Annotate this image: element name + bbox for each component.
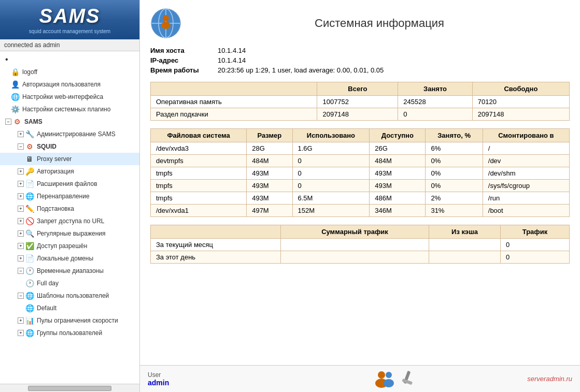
sidebar-item-squid[interactable]: − ⚙ SQUID (0, 140, 139, 153)
sidebar-item-access-allowed[interactable]: + ✅ Доступ разрешён (0, 240, 139, 252)
hostname-row: Имя хоста 10.1.4.14 (150, 47, 570, 54)
sams-admin-icon: 🔧 (25, 129, 34, 139)
time-ranges-expand-icon[interactable]: − (18, 268, 24, 274)
full-day-icon: 🕐 (25, 279, 34, 288)
sidebar-item-time-ranges-label: Временные диапазоны (37, 267, 104, 274)
footer-user: User admin (148, 371, 169, 387)
sidebar-item-file-ext[interactable]: + 📄 Расширения файлов (0, 178, 139, 190)
squid-expand-icon[interactable]: − (18, 143, 24, 150)
uptime-value: 20:23:56 up 1:29, 1 user, load average: … (218, 66, 384, 74)
sidebar-item-sams-admin[interactable]: + 🔧 Администрирование SAMS (0, 128, 139, 140)
fs-row-4-size: 493M (247, 192, 292, 205)
fs-col-used: Использовано (292, 129, 370, 142)
fs-row-5-pct: 31% (426, 205, 483, 217)
sidebar-item-speed-pools-label: Пулы ограничения скорости (37, 317, 118, 324)
sidebar-item-plugin-settings[interactable]: ⚙️ Настройки системных плагино (0, 103, 139, 115)
sidebar-nav: • 🔒 logoff 👤 Авторизация пользователя 🌐 … (0, 51, 139, 384)
user-templates-expand-icon[interactable]: − (18, 293, 24, 299)
fs-row-5-used: 152M (292, 205, 370, 217)
system-info-section: Имя хоста 10.1.4.14 IP-адрес 10.1.4.14 В… (150, 47, 570, 74)
sidebar-item-access-allowed-label: Доступ разрешён (37, 242, 87, 250)
file-ext-expand-icon[interactable]: + (18, 181, 24, 187)
svg-point-9 (386, 372, 392, 378)
url-deny-expand-icon[interactable]: + (18, 218, 24, 224)
memory-col-free: Свободно (472, 82, 569, 96)
sidebar-scrollbar[interactable] (0, 384, 139, 392)
sidebar-item-logoff-label: logoff (22, 68, 37, 76)
content-area: Системная информация Имя хоста 10.1.4.14… (140, 0, 580, 365)
hostname-label: Имя хоста (150, 47, 218, 54)
sidebar-item-proxy-server[interactable]: 🖥 Proxy server (0, 153, 139, 165)
sidebar-item-substitute[interactable]: + ✏️ Подстановка (0, 202, 139, 215)
fs-row-1-used: 0 (292, 155, 370, 167)
sidebar-item-web-settings[interactable]: 🌐 Настройки web-интерфейса (0, 91, 139, 103)
footer-icons (374, 370, 415, 388)
sidebar-item-user-groups-label: Группы пользователей (37, 329, 102, 337)
regex-icon: 🔍 (25, 229, 34, 238)
bullet-icon: • (5, 55, 8, 64)
svg-point-6 (161, 22, 171, 29)
sidebar-item-web-settings-label: Настройки web-интерфейса (22, 93, 103, 100)
sidebar-item-regex[interactable]: + 🔍 Регулярные выражения (0, 227, 139, 240)
sidebar-item-regex-label: Регулярные выражения (37, 230, 106, 237)
sidebar-item-url-deny[interactable]: + 🚫 Запрет доступа по URL (0, 215, 139, 227)
fs-row-4-pct: 2% (426, 192, 483, 205)
local-domains-expand-icon[interactable]: + (18, 255, 24, 262)
sidebar-item-local-domains[interactable]: + 📄 Локальные домены (0, 252, 139, 265)
sidebar-item-local-domains-label: Локальные домены (37, 255, 93, 262)
sidebar-item-user-groups[interactable]: + 🌐 Группы пользователей (0, 327, 139, 339)
fs-col-mount: Смонтировано в (483, 129, 569, 142)
user-groups-expand-icon[interactable]: + (18, 330, 24, 336)
sidebar-item-sams[interactable]: − ⚙ SAMS (0, 115, 139, 128)
fs-row-0-name: /dev/xvda3 (151, 142, 247, 155)
sidebar-item-full-day-label: Full day (37, 280, 59, 287)
sidebar-item-sams-label: SAMS (24, 118, 43, 125)
sidebar-scrollbar-thumb (28, 386, 111, 391)
substitute-expand-icon[interactable]: + (18, 206, 24, 212)
memory-row-2-free: 2097148 (472, 108, 569, 121)
speed-pools-expand-icon[interactable]: + (18, 317, 24, 324)
traffic-row-2-cache (429, 251, 501, 264)
memory-row-1-name: Оперативная память (151, 96, 317, 108)
fs-row-3-used: 0 (292, 180, 370, 192)
proxy-server-icon: 🖥 (25, 154, 34, 164)
sams-icon: ⚙ (12, 117, 22, 126)
content-footer: User admin serveradmin.ru (140, 365, 580, 392)
sidebar-item-speed-pools[interactable]: + 📊 Пулы ограничения скорости (0, 314, 139, 327)
sidebar-item-redirect[interactable]: + 🌐 Перенаправление (0, 190, 139, 202)
web-settings-icon: 🌐 (10, 92, 20, 101)
logoff-icon: 🔒 (10, 67, 20, 77)
regex-expand-icon[interactable]: + (18, 230, 24, 237)
sidebar-item-full-day[interactable]: 🕐 Full day (0, 277, 139, 289)
access-expand-icon[interactable]: + (18, 243, 24, 249)
page-title-row: Системная информация (150, 8, 570, 39)
footer-users-icon (374, 370, 395, 388)
authorization-icon: 🔑 (25, 167, 34, 176)
fs-col-name: Файловая система (151, 129, 247, 142)
fs-row-0-mount: / (483, 142, 569, 155)
memory-col-used: Занято (398, 82, 473, 96)
table-row: Раздел подкачки 2097148 0 2097148 (151, 108, 570, 121)
fs-row-2-name: tmpfs (151, 167, 247, 180)
sidebar-item-squid-label: SQUID (37, 143, 56, 150)
speed-pools-icon: 📊 (25, 316, 34, 325)
authorization-expand-icon[interactable]: + (18, 168, 24, 175)
sidebar-item-default[interactable]: 🌐 Default (0, 302, 139, 314)
memory-row-2-name: Раздел подкачки (151, 108, 317, 121)
sidebar-item-user-templates[interactable]: − 🌐 Шаблоны пользователей (0, 289, 139, 302)
sams-admin-expand-icon[interactable]: + (18, 131, 24, 137)
sidebar-item-auth-user[interactable]: 👤 Авторизация пользователя (0, 78, 139, 91)
footer-user-label: User (148, 371, 169, 379)
traffic-row-1-name: За текущий месяц (151, 239, 281, 251)
redirect-expand-icon[interactable]: + (18, 193, 24, 199)
svg-point-7 (378, 371, 385, 379)
memory-row-2-used: 0 (398, 108, 473, 121)
sidebar-item-time-ranges[interactable]: − 🕐 Временные диапазоны (0, 265, 139, 277)
fs-row-0-used: 1.6G (292, 142, 370, 155)
fs-row-1-name: devtmpfs (151, 155, 247, 167)
sams-expand-icon[interactable]: − (5, 119, 11, 125)
sams-subtitle: squid account management system (5, 28, 134, 34)
sidebar-item-authorization[interactable]: + 🔑 Авторизация (0, 165, 139, 178)
sidebar-item-logoff[interactable]: 🔒 logoff (0, 66, 139, 78)
fs-row-1-avail: 484M (370, 155, 426, 167)
